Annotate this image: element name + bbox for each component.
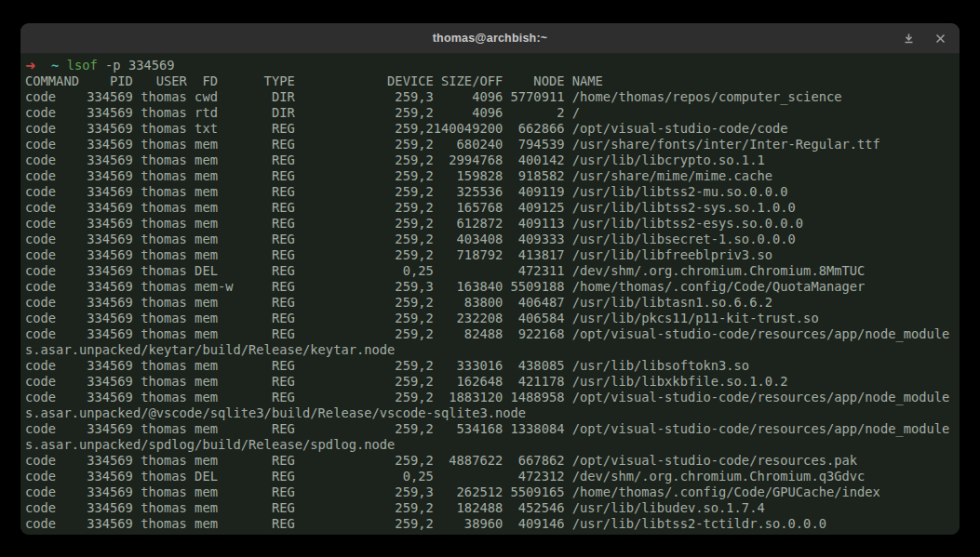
table-row: code 334569 thomas mem REG 259,2 718792 … [25, 247, 772, 262]
table-row: code 334569 thomas mem-w REG 259,3 16384… [25, 279, 865, 294]
table-row: code 334569 thomas mem REG 259,2 4887622… [25, 453, 857, 468]
window-title: thomas@archbish:~ [433, 32, 548, 45]
table-row: code 334569 thomas txt REG 259,214004920… [25, 121, 788, 136]
terminal-output: ➜ ~ lsof -p 334569 COMMAND PID USER FD T… [25, 58, 951, 532]
prompt-args: -p 334569 [105, 58, 175, 73]
table-row: code 334569 thomas mem REG 259,2 403408 … [25, 232, 796, 246]
terminal-screen[interactable]: ➜ ~ lsof -p 334569 COMMAND PID USER FD T… [20, 54, 960, 535]
prompt-line: ➜ ~ lsof -p 334569 [25, 58, 175, 73]
table-row: code 334569 thomas mem REG 259,2 680240 … [25, 137, 880, 152]
table-row: code 334569 thomas mem REG 259,3 262512 … [25, 484, 880, 499]
table-row: code 334569 thomas mem REG 259,2 165768 … [25, 200, 796, 215]
table-row: code 334569 thomas mem REG 259,2 162648 … [25, 374, 788, 389]
table-row: code 334569 thomas mem REG 259,2 82488 9… [25, 326, 949, 357]
lsof-table: COMMAND PID USER FD TYPE DEVICE SIZE/OFF… [25, 73, 949, 531]
close-button[interactable] [932, 31, 948, 47]
download-icon [903, 33, 915, 45]
prompt-arrow: ➜ [25, 58, 36, 73]
table-row: code 334569 thomas mem REG 259,2 159828 … [25, 168, 772, 183]
window-controls [900, 23, 948, 54]
table-row: code 334569 thomas rtd DIR 259,2 4096 2 … [25, 105, 580, 120]
terminal-window: thomas@archbish:~ ➜ ~ lsof -p 334569 COM… [20, 23, 960, 535]
table-row: code 334569 thomas DEL REG 0,25 472312 /… [25, 469, 865, 484]
desktop: { "window": { "title": "thomas@archbish:… [0, 0, 980, 557]
table-row: code 334569 thomas mem REG 259,2 2994768… [25, 153, 765, 167]
table-row: code 334569 thomas mem REG 259,2 612872 … [25, 216, 803, 231]
prompt-cwd: ~ [51, 58, 59, 73]
table-row: code 334569 thomas mem REG 259,2 182488 … [25, 500, 765, 515]
table-row: code 334569 thomas mem REG 259,2 83800 4… [25, 295, 772, 310]
table-row: code 334569 thomas mem REG 259,2 1883120… [25, 390, 949, 420]
prompt-command: lsof [67, 58, 98, 73]
table-row: code 334569 thomas DEL REG 0,25 472311 /… [25, 263, 865, 278]
table-row: code 334569 thomas mem REG 259,2 325536 … [25, 184, 788, 199]
table-header: COMMAND PID USER FD TYPE DEVICE SIZE/OFF… [25, 73, 603, 88]
table-row: code 334569 thomas mem REG 259,2 333016 … [25, 358, 749, 373]
download-button[interactable] [900, 31, 917, 47]
table-row: code 334569 thomas mem REG 259,2 38960 4… [25, 516, 826, 531]
table-row: code 334569 thomas cwd DIR 259,3 4096 57… [25, 89, 842, 104]
titlebar[interactable]: thomas@archbish:~ [20, 23, 960, 54]
close-icon [935, 33, 946, 44]
table-row: code 334569 thomas mem REG 259,2 534168 … [25, 421, 949, 452]
table-row: code 334569 thomas mem REG 259,2 232208 … [25, 311, 819, 325]
